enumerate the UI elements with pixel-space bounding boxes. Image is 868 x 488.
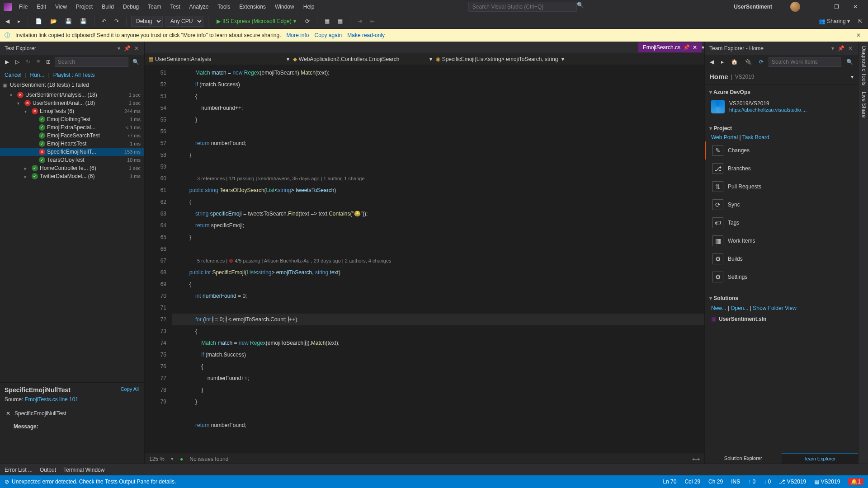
pin-icon[interactable]: 📌 xyxy=(837,44,845,52)
pin-icon[interactable]: 📌 xyxy=(123,44,132,52)
redo-icon[interactable]: ↷ xyxy=(112,16,122,26)
tile-work-items[interactable]: ▦Work Items xyxy=(705,232,858,250)
sharing-button[interactable]: 👥 Sharing ▾ xyxy=(816,16,853,26)
tab-close-icon[interactable]: ✕ xyxy=(693,44,697,51)
cancel-link[interactable]: Cancel xyxy=(5,72,21,78)
menu-analyze[interactable]: Analyze xyxy=(186,2,212,12)
error-list-tab[interactable]: Error List ... xyxy=(5,467,33,473)
menu-build[interactable]: Build xyxy=(98,2,118,12)
test-node[interactable]: ✓EmojiFaceSearchTest77 ms xyxy=(0,131,144,140)
refresh-icon[interactable]: ⟳ xyxy=(757,57,766,66)
back-icon[interactable]: ◀ xyxy=(708,57,716,66)
active-tab[interactable]: EmojiSearch.cs 📌 ✕ xyxy=(638,42,702,52)
solutions-header[interactable]: Solutions xyxy=(705,293,858,303)
search-icon[interactable]: 🔍 xyxy=(577,2,584,12)
menu-help[interactable]: Help xyxy=(300,2,318,12)
refresh-icon[interactable]: ⟳ xyxy=(302,16,312,26)
zoom-level[interactable]: 125 % xyxy=(149,456,165,462)
connect-icon[interactable]: 🔌 xyxy=(743,57,754,66)
menu-team[interactable]: Team xyxy=(144,2,165,12)
repo-indicator[interactable]: ▦ VS2019 xyxy=(814,479,840,485)
copy-again-link[interactable]: Copy again xyxy=(315,32,342,38)
task-board-link[interactable]: Task Board xyxy=(742,134,769,141)
dropdown-icon[interactable]: ▾ xyxy=(830,44,835,52)
solution-explorer-tab[interactable]: Solution Explorer xyxy=(705,453,782,464)
team-explorer-tab[interactable]: Team Explorer xyxy=(782,453,859,464)
run-icon[interactable]: ▷ xyxy=(13,57,22,66)
close-panel-icon[interactable]: ✕ xyxy=(133,44,140,52)
status-error[interactable]: ⊘Unexpected error detected. Check the Te… xyxy=(5,479,176,485)
menu-project[interactable]: Project xyxy=(72,2,96,12)
run-link[interactable]: Run... xyxy=(30,72,44,78)
save-icon[interactable]: 💾 xyxy=(62,16,75,26)
menu-debug[interactable]: Debug xyxy=(119,2,142,12)
terminal-tab[interactable]: Terminal Window xyxy=(63,467,104,473)
tile-settings[interactable]: ⚙Settings xyxy=(705,268,858,286)
menu-tools[interactable]: Tools xyxy=(214,2,234,12)
tile-tags[interactable]: 🏷Tags xyxy=(705,214,858,232)
solution-file[interactable]: ▣UserSentiment.sln xyxy=(705,313,858,325)
minimize-button[interactable]: ─ xyxy=(808,0,826,13)
tb-icon-2[interactable]: ▦ xyxy=(335,16,345,26)
code-area[interactable]: 5152535455565758596061626364656667686970… xyxy=(145,65,704,454)
tab-pin-icon[interactable]: 📌 xyxy=(683,44,690,51)
test-node[interactable]: ✓EmojiHeartsTest1 ms xyxy=(0,140,144,148)
output-tab[interactable]: Output xyxy=(40,467,56,473)
diagnostic-tools-tab[interactable]: Diagnostic Tools xyxy=(859,46,867,85)
back-icon[interactable]: ◀ xyxy=(3,16,12,26)
menu-window[interactable]: Window xyxy=(271,2,298,12)
tb-icon-1[interactable]: ▦ xyxy=(322,16,332,26)
group-icon[interactable]: ≡ xyxy=(34,57,42,66)
open-icon[interactable]: 📂 xyxy=(47,16,60,26)
tile-builds[interactable]: ⚙Builds xyxy=(705,250,858,268)
forward-icon[interactable]: ▸ xyxy=(719,57,726,66)
test-node[interactable]: ▾✕EmojiTests (6)244 ms xyxy=(0,107,144,115)
platform-select[interactable]: Any CPU xyxy=(165,16,203,27)
share-icon[interactable]: ⇱ xyxy=(855,16,865,26)
crumb-class[interactable]: ◆WebApplication2.Controllers.EmojiSearch xyxy=(293,56,400,62)
home-icon[interactable]: 🏠 xyxy=(729,57,740,66)
open-solution-link[interactable]: Open... xyxy=(731,305,748,311)
run-all-icon[interactable]: ▶ xyxy=(3,57,11,66)
test-node[interactable]: ✓EmojiClothingTest1 ms xyxy=(0,115,144,123)
menu-test[interactable]: Test xyxy=(167,2,184,12)
global-search-input[interactable] xyxy=(468,2,577,12)
make-readonly-link[interactable]: Make read-only xyxy=(347,32,385,38)
test-node[interactable]: ▸✓TwitterDataModel... (6)1 ms xyxy=(0,172,144,180)
search-icon[interactable]: 🔍 xyxy=(130,57,142,66)
folder-view-link[interactable]: Show Folder View xyxy=(753,305,797,311)
maximize-button[interactable]: ❐ xyxy=(827,0,845,13)
config-select[interactable]: Debug xyxy=(131,16,163,27)
user-avatar[interactable] xyxy=(790,2,800,12)
run-button[interactable]: ▶ IIS Express (Microsoft Edge) ▾ xyxy=(213,17,300,26)
test-node[interactable]: ▾✕UserSentimentAnalysis... (18)1 sec xyxy=(0,91,144,99)
forward-icon[interactable]: ▸ xyxy=(15,16,23,26)
filter-icon[interactable]: ⊞ xyxy=(44,57,53,66)
copy-all-link[interactable]: Copy All xyxy=(121,386,139,392)
test-node[interactable]: ▾✕UserSentimentAnal... (18)1 sec xyxy=(0,99,144,107)
notification-bell[interactable]: 🔔1 xyxy=(848,478,863,485)
test-node[interactable]: ✓EmojiExtraSpecial...< 1 ms xyxy=(0,123,144,131)
pull-indicator[interactable]: ↓ 0 xyxy=(764,479,771,485)
web-portal-link[interactable]: Web Portal xyxy=(711,134,738,141)
close-panel-icon[interactable]: ✕ xyxy=(847,44,854,52)
close-button[interactable]: ✕ xyxy=(846,0,864,13)
test-node[interactable]: ✕SpecificEmojiNullT...153 ms xyxy=(0,148,144,156)
test-node[interactable]: ▸✓HomeControllerTe... (6)1 sec xyxy=(0,164,144,172)
tile-changes[interactable]: ✎Changes xyxy=(705,141,858,160)
dropdown-icon[interactable]: ▾ xyxy=(117,44,121,52)
scroll-indicator-icon[interactable]: ⟷ xyxy=(692,456,700,462)
menu-view[interactable]: View xyxy=(52,2,71,12)
push-indicator[interactable]: ↑ 0 xyxy=(748,479,755,485)
tile-branches[interactable]: ⎇Branches xyxy=(705,160,858,178)
tile-sync[interactable]: ⟳Sync xyxy=(705,196,858,214)
branch-indicator[interactable]: ⎇ VS2019 xyxy=(779,479,806,485)
infobar-close-icon[interactable]: ✕ xyxy=(854,32,863,38)
menu-edit[interactable]: Edit xyxy=(33,2,50,12)
tile-pull-requests[interactable]: ⇅Pull Requests xyxy=(705,178,858,196)
undo-icon[interactable]: ↶ xyxy=(99,16,109,26)
work-items-search[interactable] xyxy=(769,57,841,67)
menu-file[interactable]: File xyxy=(15,2,31,12)
project-header[interactable]: Project xyxy=(705,123,858,133)
test-node[interactable]: ✓TearsOfJoyTest10 ms xyxy=(0,156,144,164)
